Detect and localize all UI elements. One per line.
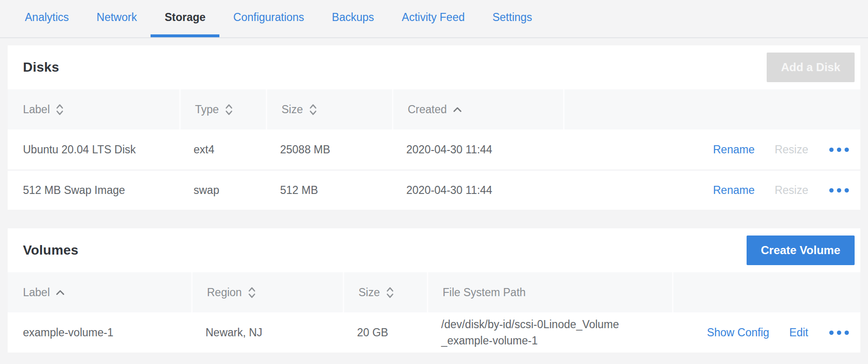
disks-table-header: Label Type Size [8,89,860,129]
disks-title: Disks [23,60,59,75]
volume-path-cell: /dev/disk/by-id/scsi-0Linode_Volume_exam… [427,312,672,353]
sort-both-icon [248,286,256,299]
tab-settings[interactable]: Settings [478,0,546,37]
disks-column-header-label[interactable]: Label [8,89,179,129]
volumes-column-header-label[interactable]: Label [8,272,191,312]
volumes-panel: Volumes Create Volume Label Region Size [8,228,860,353]
disk-row-actions: Rename Resize [563,129,860,170]
create-volume-button[interactable]: Create Volume [747,236,855,265]
more-actions-icon[interactable] [828,185,850,195]
disks-column-header-type[interactable]: Type [179,89,266,129]
disks-column-header-size[interactable]: Size [266,89,392,129]
tab-backups[interactable]: Backups [318,0,388,37]
rename-button[interactable]: Rename [713,184,755,197]
sort-both-icon [225,103,233,116]
add-a-disk-button[interactable]: Add a Disk [767,53,855,82]
volumes-panel-header: Volumes Create Volume [8,228,860,272]
tab-analytics[interactable]: Analytics [11,0,83,37]
sort-both-icon [309,103,317,116]
show-config-button[interactable]: Show Config [707,326,769,339]
disk-type-cell: ext4 [179,129,266,170]
disk-size-cell: 25088 MB [266,129,392,170]
sort-both-icon [386,286,394,299]
volume-row-actions: Show Config Edit [672,312,860,353]
disk-label-cell: 512 MB Swap Image [8,171,179,210]
volumes-title: Volumes [23,243,78,258]
volumes-table-header: Label Region Size [8,272,860,312]
sort-both-icon [56,103,64,116]
disk-label-cell: Ubuntu 20.04 LTS Disk [8,129,179,170]
volume-size-cell: 20 GB [343,312,427,353]
disk-row-actions: Rename Resize [563,171,860,210]
volumes-column-header-size[interactable]: Size [343,272,427,312]
tab-activity-feed[interactable]: Activity Feed [388,0,479,37]
disk-table-row: Ubuntu 20.04 LTS Disk ext4 25088 MB 2020… [8,129,860,170]
disk-table-row: 512 MB Swap Image swap 512 MB 2020-04-30… [8,170,860,210]
more-actions-icon[interactable] [828,145,850,155]
sort-asc-icon [453,107,462,112]
disk-created-cell: 2020-04-30 11:44 [392,171,563,210]
volumes-column-header-actions [672,272,860,312]
sort-asc-icon [56,289,65,295]
file-system-path: /dev/disk/by-id/scsi-0Linode_Volume_exam… [441,316,620,349]
resize-button[interactable]: Resize [775,143,808,156]
volume-label-cell: example-volume-1 [8,312,191,353]
disks-panel-header: Disks Add a Disk [8,45,860,89]
tab-bar: Analytics Network Storage Configurations… [0,0,868,38]
disk-created-cell: 2020-04-30 11:44 [392,129,563,170]
rename-button[interactable]: Rename [713,143,755,156]
edit-button[interactable]: Edit [789,326,808,339]
disks-column-header-actions [563,89,860,129]
disks-panel: Disks Add a Disk Label Type Size [8,45,860,210]
volumes-column-header-region[interactable]: Region [191,272,343,312]
more-actions-icon[interactable] [828,328,850,338]
volume-table-row: example-volume-1 Newark, NJ 20 GB /dev/d… [8,312,860,353]
volume-region-cell: Newark, NJ [191,312,343,353]
tab-storage[interactable]: Storage [151,0,219,37]
disks-column-header-created[interactable]: Created [392,89,563,129]
resize-button[interactable]: Resize [775,184,808,197]
tab-network[interactable]: Network [83,0,151,37]
disk-type-cell: swap [179,171,266,210]
disk-size-cell: 512 MB [266,171,392,210]
tab-configurations[interactable]: Configurations [219,0,318,37]
volumes-column-header-path: File System Path [427,272,672,312]
